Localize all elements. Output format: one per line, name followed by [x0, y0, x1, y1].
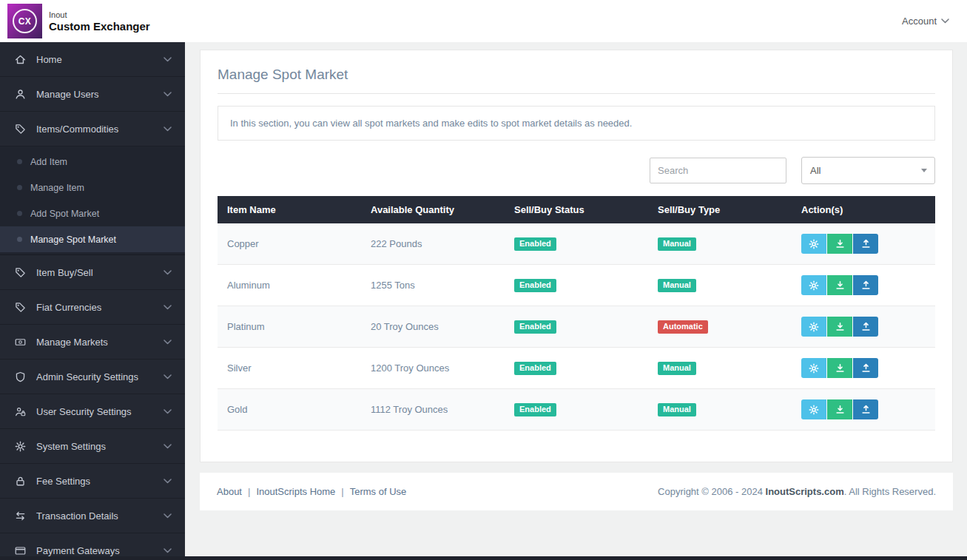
arrow-down-icon — [835, 239, 845, 249]
column-header-sell-buy-type: Sell/Buy Type — [648, 196, 792, 223]
chevron-down-icon — [164, 305, 172, 310]
sidebar-subitem-manage-spot-market[interactable]: Manage Spot Market — [0, 226, 185, 252]
sidebar-submenu: Add ItemManage ItemAdd Spot MarketManage… — [0, 146, 185, 255]
arrow-down-icon — [835, 280, 845, 290]
item-name-cell: Aluminum — [218, 265, 361, 306]
type-cell: Manual — [648, 223, 792, 265]
sidebar-item-user-security-settings[interactable]: User Security Settings — [0, 394, 185, 429]
sidebar-subitem-manage-item[interactable]: Manage Item — [0, 175, 185, 200]
table-row: Platinum20 Troy OuncesEnabledAutomatic — [218, 306, 935, 348]
gear-icon — [809, 239, 819, 249]
chevron-down-icon — [164, 57, 172, 62]
footer-link-about[interactable]: About — [217, 486, 242, 497]
sidebar: HomeManage UsersItems/CommoditiesAdd Ite… — [0, 42, 185, 560]
bullet-icon — [17, 159, 22, 164]
action-buttons — [801, 399, 926, 419]
sidebar-item-manage-markets[interactable]: Manage Markets — [0, 325, 185, 360]
spot-market-table: Item NameAvailable QuantitySell/Buy Stat… — [218, 196, 935, 431]
quantity-cell: 1200 Troy Ounces — [361, 348, 505, 389]
arrow-down-icon — [835, 405, 845, 414]
type-badge: Manual — [658, 279, 696, 292]
sidebar-item-fee-settings[interactable]: Fee Settings — [0, 464, 185, 499]
item-name-cell: Silver — [218, 348, 361, 389]
sidebar-item-admin-security-settings[interactable]: Admin Security Settings — [0, 360, 185, 394]
home-icon — [15, 54, 27, 65]
brand-top-label: Inout — [49, 10, 150, 19]
action-buttons — [801, 275, 926, 295]
sidebar-subitem-add-item[interactable]: Add Item — [0, 149, 185, 175]
footer-link-inoutscripts-home[interactable]: InoutScripts Home — [256, 486, 335, 497]
row-download-button[interactable] — [827, 275, 852, 295]
type-badge: Manual — [658, 237, 696, 251]
row-upload-button[interactable] — [853, 234, 878, 254]
inoutscripts-link[interactable]: InoutScripts.com — [766, 486, 844, 497]
footer-links: About|InoutScripts Home|Terms of Use — [217, 486, 406, 497]
sidebar-subitem-add-spot-market[interactable]: Add Spot Market — [0, 200, 185, 226]
action-buttons — [801, 317, 926, 337]
actions-cell — [792, 223, 935, 265]
row-upload-button[interactable] — [853, 317, 878, 337]
row-settings-button[interactable] — [801, 275, 826, 295]
chevron-down-icon — [164, 479, 172, 484]
chevron-down-icon — [941, 18, 949, 24]
row-download-button[interactable] — [827, 317, 852, 337]
status-badge: Enabled — [514, 403, 556, 416]
row-settings-button[interactable] — [801, 358, 826, 378]
link-separator: | — [248, 486, 250, 497]
filter-select-value: All — [810, 165, 821, 176]
bullet-icon — [17, 237, 22, 242]
sidebar-item-transaction-details[interactable]: Transaction Details — [0, 499, 185, 533]
sidebar-item-manage-users[interactable]: Manage Users — [0, 77, 185, 112]
status-badge: Enabled — [514, 237, 556, 251]
shield-icon — [15, 371, 27, 382]
brand: CX Inout Custom Exchanger — [7, 4, 150, 38]
logo-circle: CX — [13, 9, 37, 33]
actions-cell — [792, 348, 935, 389]
type-badge: Automatic — [658, 320, 708, 334]
status-cell: Enabled — [505, 265, 648, 306]
sidebar-item-home[interactable]: Home — [0, 42, 185, 77]
table-row: Copper222 PoundsEnabledManual — [218, 223, 935, 265]
search-input[interactable] — [650, 158, 786, 183]
column-header-action-s: Action(s) — [792, 196, 935, 223]
row-settings-button[interactable] — [801, 399, 826, 419]
sidebar-item-fiat-currencies[interactable]: Fiat Currencies — [0, 290, 185, 325]
arrow-up-icon — [861, 280, 871, 290]
footer-link-terms-of-use[interactable]: Terms of Use — [350, 486, 407, 497]
sidebar-item-items-commodities[interactable]: Items/Commodities — [0, 112, 185, 146]
status-badge: Enabled — [514, 279, 556, 292]
logo-initials: CX — [18, 16, 32, 27]
chevron-down-icon — [164, 340, 172, 345]
row-settings-button[interactable] — [801, 317, 826, 337]
bullet-icon — [17, 211, 22, 216]
row-upload-button[interactable] — [853, 275, 878, 295]
sidebar-item-system-settings[interactable]: System Settings — [0, 429, 185, 464]
link-separator: | — [341, 486, 343, 497]
bullet-icon — [17, 185, 22, 190]
filter-select[interactable]: All — [801, 157, 935, 184]
account-label: Account — [902, 16, 937, 27]
row-download-button[interactable] — [827, 358, 852, 378]
actions-cell — [792, 265, 935, 306]
row-settings-button[interactable] — [801, 234, 826, 254]
copyright-prefix: Copyright © 2006 - 2024 — [658, 486, 765, 497]
column-header-sell-buy-status: Sell/Buy Status — [505, 196, 648, 223]
user-lock-icon — [15, 406, 27, 417]
quantity-cell: 1112 Troy Ounces — [361, 389, 505, 431]
chevron-down-icon — [164, 513, 172, 519]
select-caret-icon — [921, 169, 927, 172]
row-download-button[interactable] — [827, 234, 852, 254]
table-row: Aluminum1255 TonsEnabledManual — [218, 265, 935, 306]
row-upload-button[interactable] — [853, 358, 878, 378]
account-menu[interactable]: Account — [902, 16, 952, 27]
main-content: Manage Spot Market In this section, you … — [185, 0, 967, 510]
actions-cell — [792, 306, 935, 348]
row-download-button[interactable] — [827, 399, 852, 419]
sidebar-item-item-buy-sell[interactable]: Item Buy/Sell — [0, 255, 185, 290]
gear-icon — [809, 280, 819, 291]
arrow-up-icon — [861, 363, 871, 373]
quantity-cell: 20 Troy Ounces — [361, 306, 505, 348]
credit-card-icon — [15, 545, 27, 556]
row-upload-button[interactable] — [853, 399, 878, 419]
brand-logo[interactable]: CX — [7, 4, 42, 38]
